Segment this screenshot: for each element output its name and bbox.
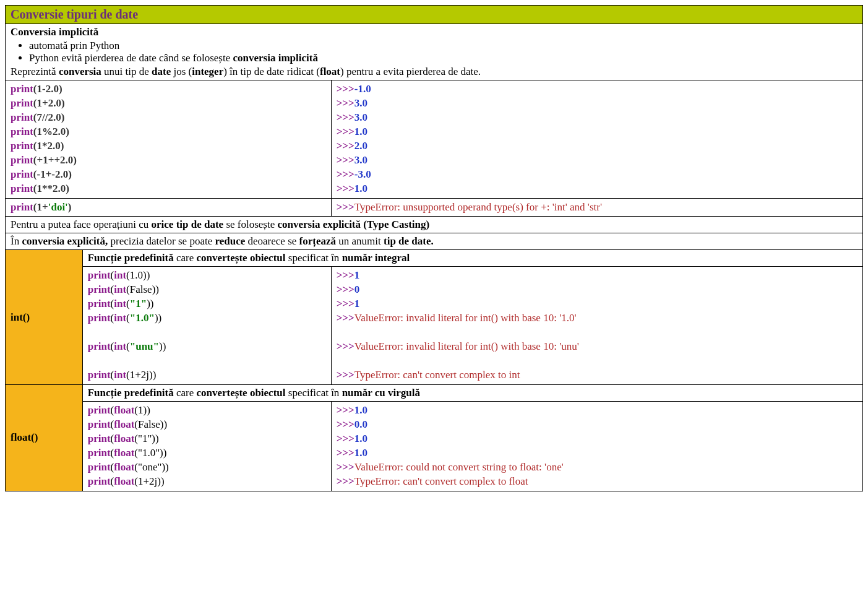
table-title: Conversie tipuri de date bbox=[6, 6, 863, 24]
implicit-output: >>>-1.0>>>3.0>>>3.0>>>1.0>>>2.0>>>3.0>>>… bbox=[331, 80, 862, 199]
intro-cell: Conversia implicită automată prin Python… bbox=[6, 24, 863, 80]
list-item: automată prin Python bbox=[29, 40, 857, 52]
float-label: float() bbox=[6, 384, 83, 491]
int-code: print(int(1.0))print(int(False))print(in… bbox=[82, 267, 331, 385]
conversion-table: Conversie tipuri de date Conversia impli… bbox=[5, 5, 863, 491]
float-output: >>>1.0>>>0.0>>>1.0>>>1.0>>>ValueError: c… bbox=[331, 401, 862, 491]
float-desc: Funcție predefinită care convertește obi… bbox=[82, 384, 862, 401]
int-label: int() bbox=[6, 250, 83, 385]
explicit-note: În conversia explicită, precizia datelor… bbox=[6, 233, 863, 250]
list-item: Python evită pierderea de date când se f… bbox=[29, 52, 857, 64]
int-output: >>>1>>>0>>>1>>>ValueError: invalid liter… bbox=[331, 267, 862, 385]
explicit-intro: Pentru a putea face operațiuni cu orice … bbox=[6, 217, 863, 233]
float-code: print(float(1))print(float(False))print(… bbox=[82, 401, 331, 491]
intro-bullets: automată prin Python Python evită pierde… bbox=[29, 40, 857, 64]
error-code: print(1+'doi') bbox=[6, 198, 332, 217]
int-desc: Funcție predefinită care convertește obi… bbox=[82, 250, 862, 267]
error-output: >>>TypeError: unsupported operand type(s… bbox=[331, 198, 862, 217]
intro-heading: Conversia implicită bbox=[11, 26, 98, 38]
implicit-code: print(1-2.0)print(1+2.0)print(7//2.0)pri… bbox=[6, 80, 332, 199]
intro-desc: Reprezintă conversia unui tip de date jo… bbox=[11, 66, 481, 77]
